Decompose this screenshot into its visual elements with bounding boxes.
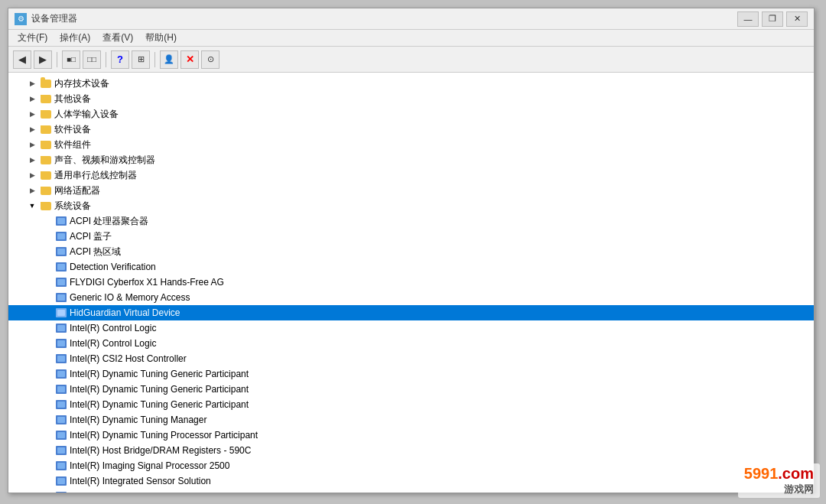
tree-item-label: Intel(R) Dynamic Tuning Generic Particip…	[70, 399, 814, 410]
folder-icon	[40, 108, 52, 120]
device-icon	[55, 398, 67, 411]
tree-item-label: HidGuardian Virtual Device	[70, 307, 814, 318]
spacer	[42, 415, 53, 425]
tree-item-label: 其他设备	[54, 93, 814, 106]
view-button-2[interactable]: □□	[83, 50, 101, 69]
forward-button[interactable]: ▶	[34, 50, 52, 69]
watermark-sub: 游戏网	[744, 483, 814, 496]
device-icon	[55, 429, 67, 441]
svg-rect-15	[57, 325, 65, 331]
content-area: ▶ 内存技术设备 ▶ 其他设备 ▶	[8, 73, 814, 493]
user-button[interactable]: 👤	[160, 50, 178, 69]
watermark: 5991.com 游戏网	[738, 463, 820, 498]
tree-item-intel-dynamic-manager[interactable]: Intel(R) Dynamic Tuning Manager	[8, 412, 814, 428]
tree-item-label: Generic IO & Memory Access	[70, 292, 814, 303]
svg-rect-5	[57, 249, 65, 255]
tree-item-intel-host-bridge[interactable]: Intel(R) Host Bridge/DRAM Registers - 59…	[8, 443, 814, 458]
view-button-3[interactable]: ⊞	[132, 50, 150, 69]
tree-item-intel-control-2[interactable]: Intel(R) Control Logic	[8, 336, 814, 351]
tree-item-label: Intel(R) Management Engine Interface	[70, 491, 814, 493]
tree-item-intel-control-1[interactable]: Intel(R) Control Logic	[8, 320, 814, 336]
tree-item-flydigi[interactable]: FLYDIGI Cyberfox X1 Hands-Free AG	[8, 275, 814, 290]
tree-item-intel-integrated[interactable]: Intel(R) Integrated Sensor Solution	[8, 473, 814, 489]
expand-icon: ▶	[27, 93, 37, 104]
spacer	[42, 476, 53, 486]
tree-item-system-devices[interactable]: ▼ 系统设备	[8, 198, 814, 213]
tree-item-software-components[interactable]: ▶ 软件组件	[8, 137, 814, 152]
device-icon	[55, 460, 67, 472]
expand-icon-collapse: ▼	[27, 200, 37, 211]
tree-item-label: Intel(R) Imaging Signal Processor 2500	[70, 460, 814, 471]
tree-item-acpi-processor[interactable]: ACPI 处理器聚合器	[8, 213, 814, 229]
toolbar: ◀ ▶ ■□ □□ ? ⊞ 👤 ✕ ⊙	[8, 47, 814, 73]
tree-item-label: Intel(R) Integrated Sensor Solution	[70, 476, 814, 486]
expand-icon: ▶	[27, 124, 37, 135]
menu-action[interactable]: 操作(A)	[54, 30, 96, 46]
tree-item-network-adapters[interactable]: ▶ 网络适配器	[8, 183, 814, 198]
menu-help[interactable]: 帮助(H)	[139, 30, 183, 46]
help-button[interactable]: ?	[111, 50, 129, 69]
tree-item-hid-input[interactable]: ▶ 人体学输入设备	[8, 106, 814, 122]
tree-item-universal-serial[interactable]: ▶ 通用串行总线控制器	[8, 167, 814, 183]
tree-item-intel-dynamic-processor[interactable]: Intel(R) Dynamic Tuning Processor Partic…	[8, 428, 814, 443]
tree-item-label: FLYDIGI Cyberfox X1 Hands-Free AG	[70, 277, 814, 288]
close-button[interactable]: ✕	[786, 11, 808, 27]
expand-icon: ▶	[27, 78, 37, 89]
device-icon	[55, 368, 67, 380]
spacer	[42, 262, 53, 272]
tree-item-label: ACPI 热区域	[70, 245, 814, 259]
tree-item-memory-tech[interactable]: ▶ 内存技术设备	[8, 76, 814, 91]
tree-item-intel-imaging[interactable]: Intel(R) Imaging Signal Processor 2500	[8, 458, 814, 473]
folder-icon	[40, 200, 52, 212]
device-icon	[55, 291, 67, 304]
spacer	[42, 231, 53, 242]
expand-icon: ▶	[27, 139, 37, 150]
svg-rect-31	[57, 447, 65, 454]
update-button[interactable]: ⊙	[201, 50, 220, 69]
tree-item-label: Intel(R) Dynamic Tuning Generic Particip…	[70, 369, 814, 379]
svg-rect-25	[57, 402, 65, 408]
toolbar-separator-3	[154, 52, 155, 67]
svg-rect-19	[57, 356, 65, 362]
view-button-1[interactable]: ■□	[62, 50, 80, 69]
tree-item-label: Intel(R) CSI2 Host Controller	[70, 353, 814, 364]
tree-item-acpi-thermal[interactable]: ACPI 热区域	[8, 244, 814, 259]
minimize-button[interactable]: —	[737, 11, 759, 27]
tree-item-label: 软件设备	[54, 123, 814, 136]
svg-rect-13	[57, 310, 65, 316]
svg-rect-11	[57, 294, 65, 301]
restore-button[interactable]: ❐	[762, 11, 783, 27]
back-button[interactable]: ◀	[13, 50, 31, 69]
tree-item-intel-dynamic-1[interactable]: Intel(R) Dynamic Tuning Generic Particip…	[8, 366, 814, 382]
menu-file[interactable]: 文件(F)	[11, 30, 54, 46]
tree-item-intel-dynamic-3[interactable]: Intel(R) Dynamic Tuning Generic Particip…	[8, 397, 814, 412]
toolbar-separator-1	[57, 52, 57, 67]
device-icon	[55, 444, 67, 457]
tree-item-label: Intel(R) Dynamic Tuning Generic Particip…	[70, 384, 814, 395]
tree-item-label: 声音、视频和游戏控制器	[54, 154, 814, 167]
tree-item-generic-io[interactable]: Generic IO & Memory Access	[8, 290, 814, 305]
tree-item-intel-csi2[interactable]: Intel(R) CSI2 Host Controller	[8, 351, 814, 366]
svg-rect-23	[57, 386, 65, 392]
device-icon	[55, 276, 67, 288]
tree-item-intel-dynamic-2[interactable]: Intel(R) Dynamic Tuning Generic Particip…	[8, 382, 814, 397]
device-icon	[55, 230, 67, 242]
device-icon	[55, 353, 67, 365]
device-icon	[55, 307, 67, 319]
tree-item-software-devices[interactable]: ▶ 软件设备	[8, 122, 814, 137]
tree-item-label: 内存技术设备	[54, 77, 814, 90]
menu-view[interactable]: 查看(V)	[96, 30, 139, 46]
delete-button[interactable]: ✕	[180, 50, 199, 69]
window-icon: ⚙	[15, 13, 27, 25]
tree-item-intel-management[interactable]: Intel(R) Management Engine Interface	[8, 489, 814, 493]
spacer	[42, 277, 53, 288]
tree-item-other-devices[interactable]: ▶ 其他设备	[8, 91, 814, 106]
tree-item-detection-verification[interactable]: Detection Verification	[8, 259, 814, 275]
device-icon	[55, 490, 67, 493]
tree-item-audio-video[interactable]: ▶ 声音、视频和游戏控制器	[8, 152, 814, 167]
tree-item-acpi-lid[interactable]: ACPI 盖子	[8, 229, 814, 244]
device-tree[interactable]: ▶ 内存技术设备 ▶ 其他设备 ▶	[8, 73, 814, 493]
folder-icon	[40, 77, 52, 89]
tree-item-hidguardian[interactable]: HidGuardian Virtual Device	[8, 305, 814, 320]
spacer	[42, 307, 53, 318]
